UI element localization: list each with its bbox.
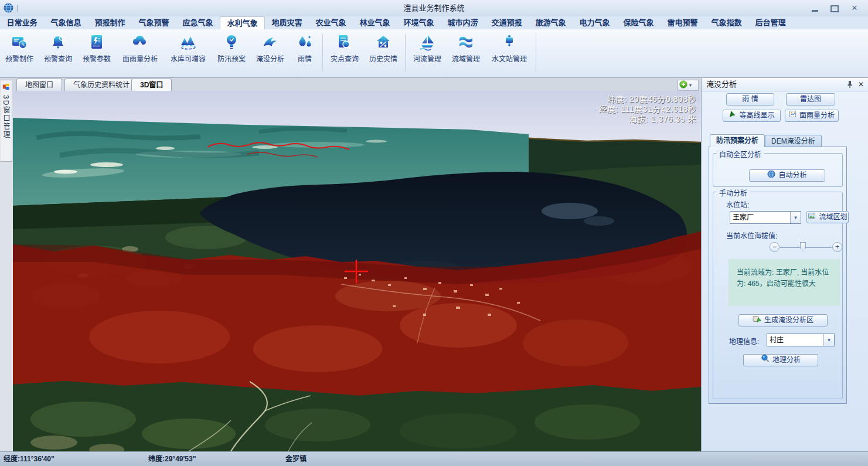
ribbon-item-basin-manage[interactable]: 流域管理 (447, 33, 485, 63)
geo-info-combobox[interactable]: 村庄 ▾ (767, 334, 835, 346)
water-level-label: 当前水位海拔值: (726, 230, 777, 240)
ribbon-item-label: 河流管理 (413, 53, 441, 63)
menu-tab-traffic[interactable]: 交通预报 (485, 16, 529, 29)
rain-info-button[interactable]: 雨 情 (726, 93, 774, 106)
ribbon-item-label: 防汛预案 (217, 53, 246, 63)
sidebar-tab-label: 3D窗口管理 (1, 95, 11, 139)
station-combobox[interactable]: 王家厂 ▾ (730, 211, 801, 224)
map-3d-viewport[interactable]: 纬度: 29度46分0.898秒 经度: 111度31分42.618秒 海拔: … (13, 91, 701, 451)
menu-tab-daily-business[interactable]: 日常业务 (0, 16, 44, 29)
basin-division-button[interactable]: 流域区划 (806, 211, 849, 223)
chevron-down-icon[interactable]: ▾ (823, 334, 834, 346)
menu-tab-emergency[interactable]: 应急气象 (176, 16, 220, 29)
overlay-latitude: 纬度: 29度46分0.898秒 (599, 94, 696, 104)
auto-group-title: 自动全区分析 (717, 149, 764, 159)
restore-button[interactable] (826, 4, 843, 13)
close-button[interactable]: ✕ (846, 4, 863, 13)
ribbon-item-label: 流域管理 (452, 53, 480, 63)
ribbon-item-label: 雨情 (298, 53, 312, 63)
doc-tab-map-window[interactable]: 地图窗口 (16, 79, 62, 91)
ribbon-item-hydrostation-manage[interactable]: 水文站管理 (485, 33, 533, 63)
title-bar: 澧县业务制作系统 | ✕ (0, 0, 868, 17)
menu-tab-weather-warning[interactable]: 气象预警 (132, 16, 176, 29)
geo-analysis-button[interactable]: 地理分析 (743, 354, 818, 366)
basin-button-label: 流域区划 (819, 212, 847, 223)
menu-tab-insurance[interactable]: 保险气象 (617, 16, 661, 29)
menu-tab-tourism[interactable]: 旅游气象 (529, 16, 573, 29)
station-value: 王家厂 (730, 212, 790, 223)
menu-tab-forecast-make[interactable]: 预报制作 (88, 16, 132, 29)
ribbon-item-history-disaster[interactable]: 历史灾情 (364, 33, 403, 63)
ribbon-item-area-rainfall[interactable]: 面雨量分析 (116, 33, 164, 63)
slider-decrease-button[interactable]: − (770, 242, 780, 252)
generate-inundation-button[interactable]: 生成淹没分析区 (738, 314, 828, 326)
menu-tab-geo-disaster[interactable]: 地质灾害 (265, 16, 309, 29)
pin-icon[interactable] (846, 80, 853, 91)
history-disaster-icon (374, 33, 393, 52)
sidebar-tab-3d-window-manage[interactable]: 3D窗口管理 (1, 80, 12, 162)
ribbon-item-label: 淹没分析 (256, 53, 284, 63)
manual-analysis-group: 手动分析 水位站: 王家厂 ▾ 流域区划 当前水位海拔值: − + 当前流域为:… (713, 192, 843, 399)
menu-tab-power[interactable]: 电力气象 (573, 16, 617, 29)
doc-tab-3d-window[interactable]: 3D窗口 (131, 79, 172, 91)
left-dock-strip: 3D窗口管理 (0, 91, 13, 451)
ribbon-item-river-manage[interactable]: 河流管理 (408, 33, 447, 63)
tab-flood-plan-analysis[interactable]: 防汛预案分析 (710, 134, 765, 147)
slider-increase-button[interactable]: + (832, 242, 842, 252)
basin-image-icon (808, 212, 816, 223)
tab-dem-inundation-analysis[interactable]: DEM淹没分析 (765, 135, 822, 147)
panel-close-icon[interactable]: ✕ (858, 78, 864, 91)
status-latitude: 纬度:29°49'53" (148, 452, 196, 466)
ribbon-item-reservoir-capacity[interactable]: 水库可增容 (164, 33, 212, 63)
ribbon-separator (322, 34, 323, 72)
status-town: 金罗镇 (285, 452, 307, 466)
ribbon-item-label: 预警参数 (83, 53, 111, 63)
menu-tab-environment[interactable]: 环境气象 (397, 16, 441, 29)
magnifier-icon (761, 354, 770, 366)
menu-tab-agriculture[interactable]: 农业气象 (309, 16, 353, 29)
ribbon-item-warning-compose[interactable]: 预警制作 (0, 33, 39, 63)
radar-chart-button[interactable]: 雷达图 (786, 93, 835, 106)
contour-button-label: 等高线显示 (739, 110, 774, 121)
menu-tab-lightning[interactable]: 雷电预警 (661, 16, 704, 29)
menu-tab-forestry[interactable]: 林业气象 (353, 16, 397, 29)
ribbon-separator (536, 34, 536, 72)
ribbon-item-label: 灾点查询 (331, 53, 359, 63)
menu-tab-weather-info[interactable]: 气象信息 (44, 16, 88, 29)
inundation-icon (261, 33, 280, 52)
app-logo-icon (4, 3, 13, 13)
menu-bar: 日常业务 气象信息 预报制作 气象预警 应急气象 水利气象 地质灾害 农业气象 … (0, 16, 868, 29)
minimize-button[interactable] (806, 4, 823, 13)
ribbon-item-disaster-point[interactable]: 灾点查询 (325, 33, 364, 63)
menu-tab-hydrology[interactable]: 水利气象 (220, 16, 265, 29)
water-level-slider-thumb[interactable] (800, 242, 806, 251)
rain-button-label: 雨 情 (742, 94, 758, 105)
area-rainfall-icon (131, 33, 149, 52)
disaster-point-icon (335, 33, 354, 52)
auto-analysis-group: 自动全区分析 自动分析 (713, 153, 843, 187)
ribbon-toolbar: 预警制作 预警查询 预警参数 面雨量分析 水库可增容 防汛预案 淹没分析 (0, 29, 868, 78)
menu-tab-admin[interactable]: 后台管理 (748, 16, 792, 29)
add-view-button[interactable]: ▾ (678, 80, 699, 91)
ribbon-item-label: 水文站管理 (492, 53, 527, 63)
ribbon-item-rain-info[interactable]: 雨情 (290, 33, 320, 63)
ribbon-item-warning-search[interactable]: 预警查询 (39, 33, 77, 63)
chevron-down-icon[interactable]: ▾ (790, 212, 801, 223)
water-level-slider-track[interactable] (780, 247, 832, 248)
contour-display-button[interactable]: 等高线显示 (723, 110, 781, 122)
area-rain-analysis-button[interactable]: 面雨量分析 (785, 110, 839, 122)
ribbon-item-warning-params[interactable]: 预警参数 (77, 33, 116, 63)
map-scene (13, 91, 701, 451)
coordinate-overlay: 纬度: 29度46分0.898秒 经度: 111度31分42.618秒 海拔: … (599, 94, 696, 124)
ribbon-item-flood-plan[interactable]: 防汛预案 (212, 33, 251, 63)
menu-tab-weather-index[interactable]: 气象指数 (704, 16, 748, 29)
ribbon-item-inundation[interactable]: 淹没分析 (251, 33, 290, 63)
generate-button-label: 生成淹没分析区 (764, 315, 813, 326)
geo-info-value: 村庄 (767, 334, 823, 346)
basin-manage-icon (457, 33, 475, 52)
flood-plan-icon (222, 33, 241, 52)
menu-tab-urban-flood[interactable]: 城市内涝 (441, 16, 485, 29)
doc-tab-history-stats[interactable]: 气象历史资料统计 (64, 79, 138, 91)
warning-search-icon (49, 33, 67, 52)
auto-analysis-button[interactable]: 自动分析 (749, 169, 825, 182)
